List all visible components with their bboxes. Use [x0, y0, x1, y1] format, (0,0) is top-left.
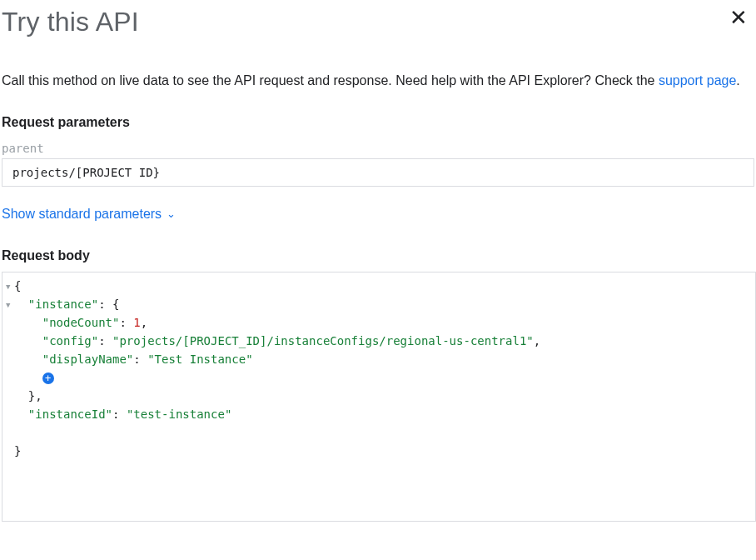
json-punc: , — [141, 316, 147, 329]
json-punc: : — [112, 408, 127, 421]
parent-input[interactable] — [2, 158, 754, 187]
json-key-instance: "instance" — [28, 298, 98, 311]
fold-arrow-icon[interactable]: ▼ — [6, 296, 10, 314]
json-key-nodecount: "nodeCount" — [42, 316, 120, 329]
json-value-nodecount: 1 — [133, 316, 140, 329]
json-brace: { — [14, 279, 21, 292]
json-key-instanceid: "instanceId" — [28, 408, 112, 421]
json-punc: : — [119, 316, 133, 329]
json-brace: } — [14, 444, 21, 458]
add-property-button[interactable]: + — [42, 372, 54, 384]
json-punc: , — [534, 334, 540, 348]
json-value-config: "projects/[PROJECT_ID]/instanceConfigs/r… — [112, 334, 534, 348]
request-body-heading: Request body — [2, 248, 754, 263]
close-icon[interactable]: ✕ — [723, 7, 754, 28]
description-text: Call this method on live data to see the… — [2, 71, 754, 92]
param-label-parent: parent — [2, 142, 754, 155]
json-punc: : — [98, 334, 112, 348]
fold-arrow-icon[interactable]: ▼ — [6, 278, 10, 296]
request-body-editor[interactable]: ▼ ▼ { "instance": { "nodeCount": 1, "con… — [2, 272, 756, 522]
json-value-instanceid: "test-instance" — [127, 408, 231, 421]
request-params-heading: Request parameters — [2, 115, 754, 130]
json-brace: }, — [28, 389, 42, 402]
description-main: Call this method on live data to see the… — [2, 73, 659, 88]
support-page-link[interactable]: support page — [659, 73, 736, 88]
description-suffix: . — [736, 73, 739, 88]
chevron-down-icon: ⌄ — [167, 208, 176, 220]
json-value-displayname: "Test Instance" — [147, 352, 252, 366]
json-key-config: "config" — [42, 334, 98, 348]
json-punc: : { — [98, 298, 119, 311]
show-standard-params-toggle[interactable]: Show standard parameters ⌄ — [2, 207, 176, 222]
expand-label: Show standard parameters — [2, 207, 162, 222]
json-punc: : — [133, 352, 147, 366]
page-title: Try this API — [2, 7, 139, 38]
json-key-displayname: "displayName" — [42, 352, 134, 366]
